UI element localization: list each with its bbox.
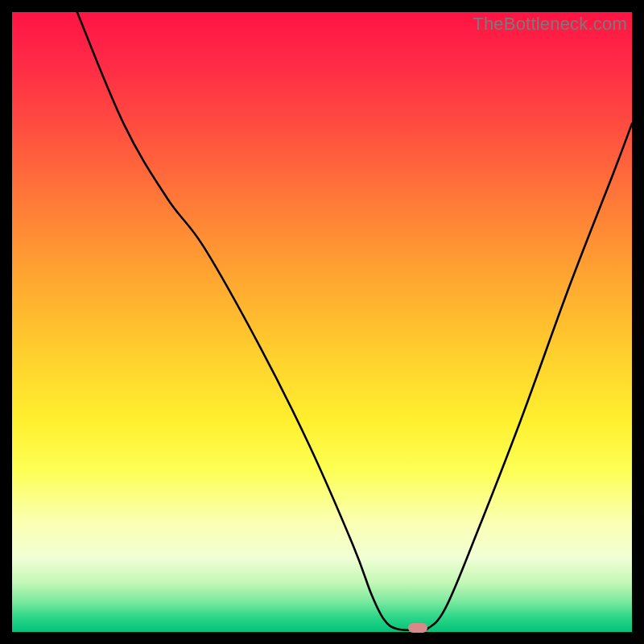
bottleneck-curve <box>77 12 632 631</box>
curve-layer <box>12 12 632 632</box>
optimal-marker <box>408 623 427 633</box>
chart-frame: TheBottleneck.com <box>0 0 644 644</box>
plot-area: TheBottleneck.com <box>12 12 632 632</box>
